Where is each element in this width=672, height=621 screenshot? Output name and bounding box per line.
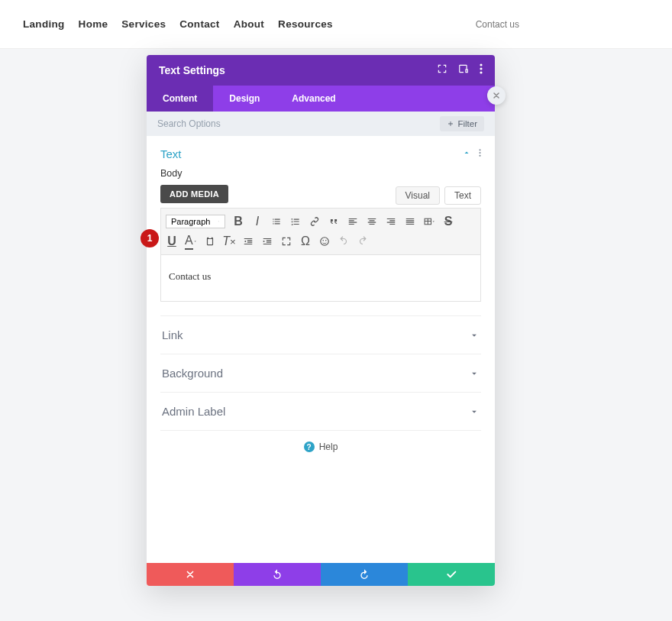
responsive-icon[interactable] [458,63,469,77]
undo-button[interactable] [234,563,321,586]
emoji-icon[interactable] [318,235,331,247]
paragraph-dropdown[interactable]: Paragraph [166,215,225,228]
bullet-list-icon[interactable] [270,215,283,228]
step-badge-1: 1 [141,229,159,247]
editor-toolbar: Paragraph B I S U A T× [160,208,481,255]
background-section[interactable]: Background [160,354,481,392]
text-tab[interactable]: Text [444,186,481,205]
text-section-header: Text [160,147,481,160]
section-kebab-icon[interactable] [479,147,481,160]
editor-content[interactable]: Contact us [160,255,481,302]
special-char-icon[interactable]: Ω [299,235,312,247]
nav-home[interactable]: Home [79,18,108,30]
panel-header: Text Settings [147,55,495,86]
nav-menu: Landing Home Services Contact About Reso… [23,18,333,30]
paragraph-dropdown-label: Paragraph [171,217,210,226]
tab-content[interactable]: Content [147,86,213,112]
editor-top-row: ADD MEDIA Visual Text [160,185,481,203]
panel-tabs: Content Design Advanced [147,86,495,112]
svg-point-5 [479,155,480,157]
link-section[interactable]: Link [160,315,481,354]
chevron-down-icon [469,406,480,417]
text-color-icon[interactable]: A [185,235,197,247]
svg-point-2 [480,71,482,73]
align-center-icon[interactable] [366,215,378,228]
svg-point-3 [479,149,480,150]
cancel-button[interactable] [147,563,234,586]
undo-icon[interactable] [338,235,350,247]
redo-button[interactable] [321,563,408,586]
blockquote-icon[interactable] [328,215,340,228]
expand-icon[interactable] [437,63,447,77]
admin-label-section-title: Admin Label [162,405,225,418]
outdent-icon[interactable] [242,235,254,247]
background-section-title: Background [162,367,223,380]
clear-format-icon[interactable]: T× [223,235,235,247]
chevron-down-icon [469,330,480,341]
svg-point-0 [480,63,482,66]
tab-advanced[interactable]: Advanced [276,86,351,112]
help-label: Help [319,441,338,452]
search-filter-row: Search Options Filter [147,112,495,136]
nav-services[interactable]: Services [121,18,166,30]
svg-point-1 [480,67,482,70]
save-button[interactable] [408,563,495,586]
italic-icon[interactable]: I [251,215,263,228]
search-options-input[interactable]: Search Options [157,118,440,129]
indent-icon[interactable] [261,235,273,247]
contact-us-link[interactable]: Contact us [476,19,519,30]
redo-icon[interactable] [357,235,369,247]
align-right-icon[interactable] [385,215,397,228]
strikethrough-icon[interactable]: S [442,215,454,228]
text-section-title: Text [160,147,462,160]
svg-point-6 [321,238,329,246]
visual-tab[interactable]: Visual [396,186,440,205]
nav-about[interactable]: About [234,18,264,30]
nav-landing[interactable]: Landing [23,18,65,30]
panel-header-actions [437,63,483,77]
help-icon: ? [304,441,315,452]
filter-label: Filter [457,119,477,128]
body-label: Body [160,168,481,179]
nav-contact[interactable]: Contact [179,18,219,30]
align-left-icon[interactable] [347,215,359,228]
help-row[interactable]: ? Help [160,431,481,463]
fullscreen-icon[interactable] [280,235,292,247]
filter-button[interactable]: Filter [440,116,484,131]
admin-label-section[interactable]: Admin Label [160,392,481,431]
text-settings-panel: Text Settings Content Design Advanced Se… [147,55,495,586]
link-section-title: Link [162,328,183,341]
chevron-down-icon [469,368,480,379]
panel-title: Text Settings [159,64,437,76]
numbered-list-icon[interactable] [289,215,302,228]
paste-icon[interactable] [204,235,216,247]
underline-icon[interactable]: U [166,235,178,247]
collapse-icon[interactable] [462,147,471,160]
svg-point-4 [479,152,480,154]
panel-body: Text Body ADD MEDIA Visual Text Paragrap… [147,136,495,563]
bold-icon[interactable]: B [232,215,244,228]
tab-design[interactable]: Design [213,86,276,112]
add-media-button[interactable]: ADD MEDIA [160,185,228,203]
nav-resources[interactable]: Resources [278,18,333,30]
table-icon[interactable] [423,215,435,228]
link-icon[interactable] [309,215,321,228]
svg-point-7 [322,240,324,241]
kebab-menu-icon[interactable] [480,63,483,77]
close-panel-button[interactable] [487,86,506,105]
top-navigation: Landing Home Services Contact About Reso… [0,0,672,49]
collapsed-sections: Link Background Admin Label [160,315,481,431]
panel-footer [147,563,495,586]
align-justify-icon[interactable] [404,215,416,228]
svg-point-8 [325,240,327,241]
